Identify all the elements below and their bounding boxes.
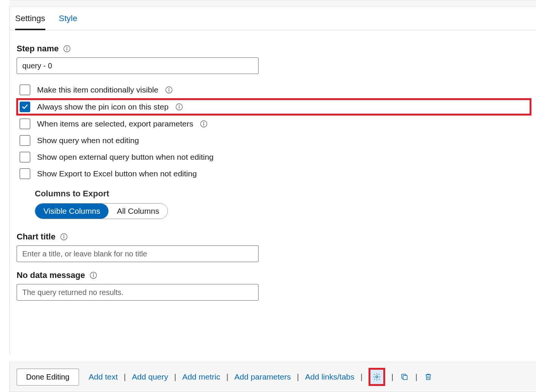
svg-point-10 [203, 122, 204, 123]
checkbox-label: Show open external query button when not… [37, 153, 214, 162]
add-links-tabs-link[interactable]: Add links/tabs [305, 372, 355, 381]
pill-visible-columns[interactable]: Visible Columns [35, 204, 108, 219]
columns-to-export-title: Columns to Export [35, 189, 531, 199]
checkbox-export-params[interactable] [20, 119, 30, 129]
svg-rect-14 [64, 236, 64, 239]
info-icon[interactable] [63, 45, 71, 52]
svg-rect-17 [93, 275, 94, 277]
add-parameters-link[interactable]: Add parameters [234, 372, 291, 381]
no-data-label-text: No data message [17, 270, 85, 280]
svg-point-18 [376, 376, 378, 378]
done-editing-button[interactable]: Done Editing [17, 369, 79, 386]
svg-rect-5 [169, 90, 169, 92]
svg-rect-8 [179, 106, 180, 109]
chart-title-label-text: Chart title [17, 232, 56, 242]
info-icon[interactable] [175, 103, 183, 111]
checkbox-conditionally-visible[interactable] [20, 85, 30, 95]
checkbox-label: Make this item conditionally visible [37, 85, 158, 94]
separator: | [173, 372, 178, 381]
add-query-link[interactable]: Add query [132, 372, 168, 381]
step-name-label-text: Step name [17, 44, 59, 54]
checkbox-show-excel[interactable] [20, 168, 30, 179]
info-icon[interactable] [60, 233, 68, 241]
tab-style[interactable]: Style [59, 14, 77, 30]
checkbox-show-query[interactable] [20, 135, 30, 146]
separator: | [390, 372, 395, 381]
checkbox-row-show-excel: Show Export to Excel button when not edi… [17, 165, 531, 182]
info-icon[interactable] [90, 272, 97, 279]
add-text-link[interactable]: Add text [89, 372, 118, 381]
no-data-label: No data message [17, 270, 531, 280]
step-name-label: Step name [17, 44, 531, 54]
header-strip [9, 0, 536, 7]
checkbox-row-show-query: Show query when not editing [17, 132, 531, 149]
svg-rect-19 [403, 375, 407, 380]
separator: | [225, 372, 230, 381]
info-icon[interactable] [200, 120, 208, 128]
checkbox-label: Show query when not editing [37, 136, 139, 145]
separator: | [122, 372, 127, 381]
columns-to-export-section: Columns to Export Visible Columns All Co… [35, 189, 531, 219]
svg-point-16 [93, 273, 94, 274]
svg-rect-2 [67, 48, 67, 51]
checkbox-show-external[interactable] [20, 152, 30, 162]
info-icon[interactable] [165, 86, 173, 94]
step-name-input[interactable] [17, 57, 259, 74]
copy-icon[interactable] [400, 372, 409, 382]
svg-point-4 [169, 88, 169, 89]
footer-toolbar: Done Editing Add text | Add query | Add … [9, 362, 536, 392]
svg-rect-11 [203, 123, 204, 126]
pill-all-columns[interactable]: All Columns [108, 204, 167, 219]
columns-export-toggle: Visible Columns All Columns [35, 203, 168, 219]
tab-settings[interactable]: Settings [15, 14, 45, 30]
settings-panel: Settings Style Step name Make this item … [9, 7, 536, 354]
checkbox-row-export-params: When items are selected, export paramete… [17, 116, 531, 132]
chart-title-label: Chart title [17, 232, 531, 242]
no-data-input[interactable] [17, 284, 259, 301]
checkbox-label: Show Export to Excel button when not edi… [37, 169, 197, 178]
separator: | [296, 372, 301, 381]
checkbox-label: Always show the pin icon on this step [37, 102, 169, 111]
advanced-settings-highlight [369, 368, 385, 386]
gear-icon[interactable] [372, 372, 382, 382]
trash-icon[interactable] [423, 372, 433, 382]
separator: | [359, 372, 364, 381]
checkbox-row-conditionally-visible: Make this item conditionally visible [17, 82, 531, 98]
checkbox-always-pin[interactable] [20, 102, 30, 112]
svg-point-13 [63, 235, 64, 236]
chart-title-input[interactable] [17, 245, 259, 262]
checkbox-row-show-external: Show open external query button when not… [17, 149, 531, 165]
svg-point-1 [67, 47, 67, 48]
add-metric-link[interactable]: Add metric [182, 372, 220, 381]
separator: | [414, 372, 419, 381]
checkbox-label: When items are selected, export paramete… [37, 119, 193, 128]
checkbox-row-always-pin: Always show the pin icon on this step [16, 98, 531, 116]
svg-point-7 [179, 105, 180, 106]
tab-bar: Settings Style [10, 7, 536, 30]
